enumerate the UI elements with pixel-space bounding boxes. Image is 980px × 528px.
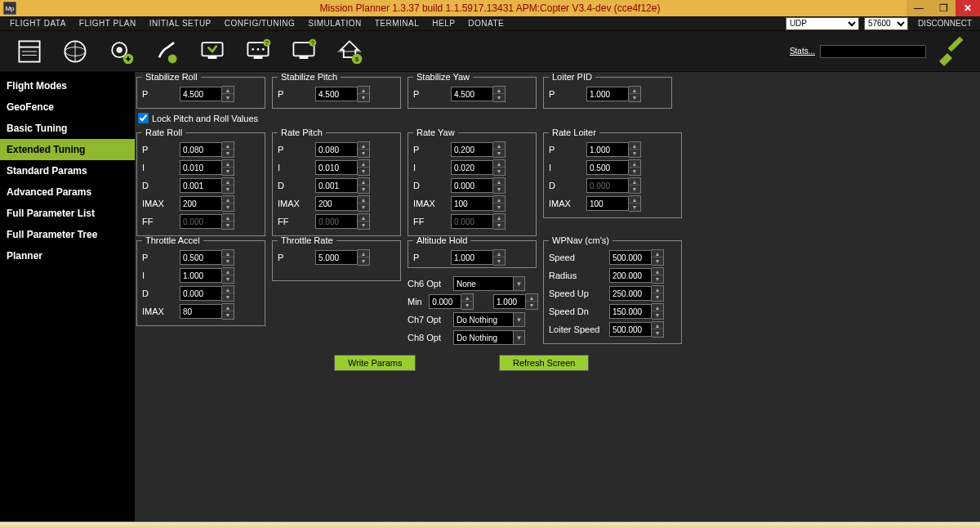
lock-pitch-roll-row: Lock Pitch and Roll Values bbox=[138, 113, 258, 123]
rate-pitch-imax[interactable]: ▲▼ bbox=[315, 195, 370, 212]
stats-link[interactable]: Stats... bbox=[790, 47, 815, 56]
menu-config-tuning[interactable]: CONFIG/TUNING bbox=[218, 19, 302, 28]
sidebar-item-advanced-params[interactable]: Advanced Params bbox=[0, 181, 135, 203]
chevron-down-icon[interactable]: ▼ bbox=[514, 330, 525, 345]
sidebar-item-flight-modes[interactable]: Flight Modes bbox=[0, 75, 135, 96]
sidebar-item-full-parameter-list[interactable]: Full Parameter List bbox=[0, 203, 135, 224]
help-icon[interactable]: ? bbox=[281, 34, 327, 69]
chevron-down-icon[interactable]: ▼ bbox=[514, 312, 525, 327]
rate-loiter-imax[interactable]: ▲▼ bbox=[586, 195, 641, 212]
svg-point-8 bbox=[117, 47, 122, 52]
thr-accel-d[interactable]: ▲▼ bbox=[180, 285, 234, 302]
sidebar-item-standard-params[interactable]: Standard Params bbox=[0, 160, 135, 181]
flight-plan-icon[interactable] bbox=[52, 34, 98, 69]
rate-pitch-i[interactable]: ▲▼ bbox=[315, 159, 370, 176]
rate-roll-imax[interactable]: ▲▼ bbox=[180, 195, 234, 212]
ch6-min[interactable]: ▲▼ bbox=[429, 293, 474, 310]
close-button[interactable]: ✕ bbox=[956, 0, 980, 16]
legend-rate-loiter: Rate Loiter bbox=[549, 128, 599, 137]
thr-accel-p[interactable]: ▲▼ bbox=[180, 249, 234, 266]
lock-pitch-roll-checkbox[interactable] bbox=[138, 113, 149, 123]
rate-loiter-p[interactable]: ▲▼ bbox=[586, 141, 641, 158]
group-wpnav: WPNav (cm's) Speed▲▼ Radius▲▼ Speed Up▲▼… bbox=[543, 235, 682, 344]
rate-loiter-i[interactable]: ▲▼ bbox=[586, 159, 641, 176]
ch6-max[interactable]: ▲▼ bbox=[493, 293, 538, 310]
menu-help[interactable]: HELP bbox=[425, 19, 461, 28]
rate-yaw-i[interactable]: ▲▼ bbox=[451, 159, 506, 176]
legend-thr-rate: Throttle Rate bbox=[278, 235, 336, 245]
rate-yaw-imax[interactable]: ▲▼ bbox=[451, 195, 506, 212]
wpnav-speedup[interactable]: ▲▼ bbox=[609, 285, 664, 302]
svg-rect-14 bbox=[208, 56, 217, 59]
connection-protocol-select[interactable]: UDP bbox=[786, 17, 859, 30]
donate-icon[interactable]: $ bbox=[327, 34, 372, 69]
svg-rect-23 bbox=[300, 56, 309, 59]
rate-pitch-ff[interactable]: ▲▼ bbox=[315, 213, 370, 230]
config-tuning-icon[interactable] bbox=[144, 34, 189, 69]
titlebar: Mp Mission Planner 1.3.37 build 1.1.5917… bbox=[0, 0, 980, 16]
rate-pitch-p[interactable]: ▲▼ bbox=[315, 141, 370, 158]
rate-roll-p[interactable]: ▲▼ bbox=[180, 141, 234, 158]
legend-rate-roll: Rate Roll bbox=[142, 128, 185, 137]
rate-roll-ff[interactable]: ▲▼ bbox=[180, 213, 234, 230]
sidebar-item-full-parameter-tree[interactable]: Full Parameter Tree bbox=[0, 224, 135, 245]
connection-baud-select[interactable]: 57600 bbox=[864, 17, 908, 30]
wpnav-speeddn[interactable]: ▲▼ bbox=[609, 303, 664, 320]
flight-data-icon[interactable] bbox=[7, 34, 52, 69]
minimize-button[interactable]: — bbox=[906, 0, 931, 16]
wpnav-loiterspeed[interactable]: ▲▼ bbox=[609, 321, 664, 338]
stab-roll-p-spinner[interactable]: ▲▼ bbox=[180, 86, 234, 102]
group-rate-loiter: Rate Loiter P▲▼ I▲▼ D▲▼ IMAX▲▼ bbox=[543, 128, 682, 218]
app-icon: Mp bbox=[3, 2, 16, 15]
rate-yaw-d[interactable]: ▲▼ bbox=[451, 177, 506, 194]
stats-select[interactable] bbox=[820, 45, 926, 58]
ch7-select[interactable]: ▼ bbox=[453, 312, 525, 327]
connect-plug-icon[interactable] bbox=[931, 34, 967, 69]
menu-terminal[interactable]: TERMINAL bbox=[368, 19, 426, 28]
ch8-select[interactable]: ▼ bbox=[453, 330, 525, 345]
menu-initial-setup[interactable]: INITIAL SETUP bbox=[143, 19, 218, 28]
rate-pitch-d[interactable]: ▲▼ bbox=[315, 177, 370, 194]
thr-rate-p[interactable]: ▲▼ bbox=[315, 249, 370, 266]
wpnav-speed[interactable]: ▲▼ bbox=[609, 249, 664, 266]
stab-pitch-p-spinner[interactable]: ▲▼ bbox=[315, 86, 370, 102]
initial-setup-icon[interactable] bbox=[98, 34, 144, 69]
rate-roll-i[interactable]: ▲▼ bbox=[180, 159, 234, 176]
thr-accel-imax[interactable]: ▲▼ bbox=[180, 303, 234, 320]
disconnect-label: DISCONNECT bbox=[913, 19, 977, 28]
svg-rect-16 bbox=[254, 56, 263, 59]
chevron-down-icon[interactable]: ▼ bbox=[514, 276, 525, 291]
label-p: P bbox=[142, 89, 176, 99]
legend-alt-hold: Altitude Hold bbox=[413, 235, 470, 245]
menu-flight-plan[interactable]: FLIGHT PLAN bbox=[73, 19, 143, 28]
menu-simulation[interactable]: SIMULATION bbox=[301, 19, 368, 28]
group-rate-pitch: Rate Pitch P▲▼ I▲▼ D▲▼ IMAX▲▼ FF▲▼ bbox=[272, 128, 401, 236]
alt-hold-p[interactable]: ▲▼ bbox=[451, 249, 506, 266]
rate-loiter-d[interactable]: ▲▼ bbox=[586, 177, 641, 194]
menu-donate[interactable]: DONATE bbox=[461, 19, 510, 28]
sidebar-item-extended-tuning[interactable]: Extended Tuning bbox=[0, 139, 135, 160]
rate-yaw-ff[interactable]: ▲▼ bbox=[451, 213, 506, 230]
sidebar-item-planner[interactable]: Planner bbox=[0, 245, 135, 266]
stab-yaw-p-spinner[interactable]: ▲▼ bbox=[451, 86, 506, 102]
group-stabilize-roll: Stabilize Roll P▲▼ bbox=[136, 72, 265, 109]
write-params-button[interactable]: Write Params bbox=[334, 355, 416, 371]
thr-accel-i[interactable]: ▲▼ bbox=[180, 267, 234, 284]
ch6-select[interactable]: ▼ bbox=[453, 276, 525, 291]
terminal-icon[interactable]: ? bbox=[235, 34, 281, 69]
group-rate-roll: Rate Roll P▲▼ I▲▼ D▲▼ IMAX▲▼ FF▲▼ bbox=[136, 128, 265, 236]
rate-yaw-p[interactable]: ▲▼ bbox=[451, 141, 506, 158]
loiter-pid-p-spinner[interactable]: ▲▼ bbox=[586, 86, 641, 102]
sidebar-item-geofence[interactable]: GeoFence bbox=[0, 96, 135, 118]
menu-flight-data[interactable]: FLIGHT DATA bbox=[3, 19, 73, 28]
legend-wpnav: WPNav (cm's) bbox=[549, 235, 612, 245]
wpnav-radius[interactable]: ▲▼ bbox=[609, 267, 664, 284]
refresh-screen-button[interactable]: Refresh Screen bbox=[499, 355, 589, 371]
lock-pitch-roll-label: Lock Pitch and Roll Values bbox=[152, 114, 258, 123]
rate-roll-d[interactable]: ▲▼ bbox=[180, 177, 234, 194]
svg-text:?: ? bbox=[311, 38, 314, 46]
sidebar-item-basic-tuning[interactable]: Basic Tuning bbox=[0, 118, 135, 139]
maximize-button[interactable]: ❐ bbox=[931, 0, 956, 16]
sidebar: Flight Modes GeoFence Basic Tuning Exten… bbox=[0, 72, 135, 528]
simulation-icon[interactable] bbox=[189, 34, 235, 69]
